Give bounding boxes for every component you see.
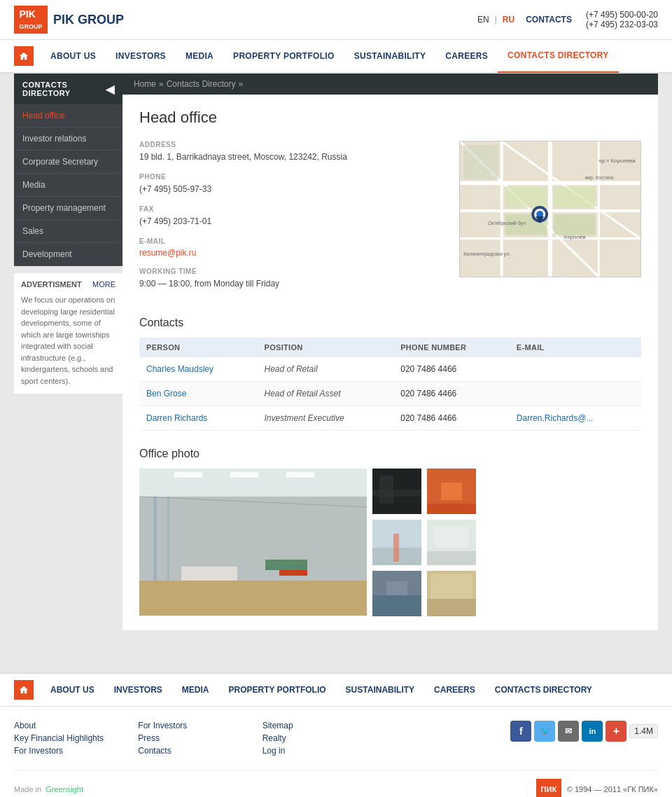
top-bar: PIKGROUP PIK GROUP EN | RU CONTACTS (+7 … [0, 0, 672, 40]
lang-en[interactable]: EN [477, 15, 489, 25]
footer-nav-sustainability[interactable]: SUSTAINABILITY [336, 673, 424, 707]
office-thumb-1[interactable] [372, 469, 421, 514]
footer-nav-investors[interactable]: INVESTORS [104, 673, 172, 707]
svg-rect-13 [463, 145, 498, 179]
office-thumb-2[interactable] [427, 469, 476, 514]
main-photo-svg [139, 469, 367, 616]
svg-rect-39 [441, 483, 462, 500]
footer-made: Made in Greensight [14, 785, 83, 793]
contacts-link[interactable]: CONTACTS [526, 15, 572, 25]
footer-nav-property-portfolio[interactable]: PROPERTY PORTFOLIO [218, 673, 335, 707]
address-value: 19 bld. 1, Barrikadnaya street, Moscow, … [139, 151, 445, 163]
sidebar-item-investor-relations[interactable]: Investor relations [14, 127, 122, 151]
footer-link-financial[interactable]: Key Financial Highlights [14, 733, 138, 743]
photo-thumbs [372, 469, 476, 616]
footer-link-sitemap[interactable]: Sitemap [262, 721, 386, 730]
sidebar-item-development[interactable]: Development [14, 243, 122, 266]
lang-ru[interactable]: RU [503, 15, 514, 25]
footer-nav-media[interactable]: MEDIA [172, 673, 219, 707]
footer-nav-contacts-directory[interactable]: CONTACTS DIRECTORY [485, 673, 602, 707]
contact-name-2[interactable]: Ben Grose [146, 389, 186, 398]
footer-link-about[interactable]: About [14, 721, 138, 730]
footer-link-contacts[interactable]: Contacts [138, 746, 262, 756]
contacts-table: PERSON POSITION PHONE NUMBER E-MAIL Char… [139, 338, 641, 431]
col-email: E-MAIL [510, 338, 641, 357]
table-row: Charles Maudsley Head of Retail 020 7486… [139, 357, 641, 382]
twitter-icon[interactable]: 🐦 [534, 721, 555, 742]
phone-label: PHONE [139, 173, 445, 181]
sidebar-item-sales[interactable]: Sales [14, 220, 122, 243]
sidebar-item-head-office[interactable]: Head office [14, 104, 122, 127]
photos-title: Office photo [139, 448, 641, 460]
office-thumb-3[interactable] [372, 520, 421, 565]
house-svg [19, 51, 29, 61]
sidebar-item-corporate-secretary[interactable]: Corporate Secretary [14, 151, 122, 174]
address-label: ADDRESS [139, 141, 445, 148]
sidebar-item-property-management[interactable]: Property management [14, 197, 122, 220]
svg-rect-25 [139, 581, 367, 616]
greensight-link[interactable]: Greensight [46, 785, 83, 793]
logo-area: PIKGROUP PIK GROUP [14, 6, 124, 34]
sidebar-collapse-icon[interactable]: ◀ [106, 83, 115, 96]
logo-text[interactable]: PIK GROUP [53, 13, 124, 27]
nav-property-portfolio[interactable]: PROPERTY PORTFOLIO [223, 39, 344, 73]
nav-investors[interactable]: INVESTORS [106, 39, 176, 73]
svg-rect-46 [434, 527, 469, 548]
contact-name-1[interactable]: Charles Maudsley [146, 364, 214, 374]
linkedin-icon[interactable]: in [582, 721, 603, 742]
logo-icon[interactable]: PIKGROUP [14, 6, 48, 34]
contact-email-3[interactable]: Darren.Richards@... [517, 413, 594, 423]
svg-rect-10 [554, 186, 595, 207]
contact-pos-2: Head of Retail Asset [258, 382, 394, 406]
map-svg: пр-т Королева мкр. Костино Королёв Октяб… [460, 141, 640, 277]
nav-contacts-directory[interactable]: CONTACTS DIRECTORY [498, 39, 619, 73]
sidebar-item-media[interactable]: Media [14, 174, 122, 197]
footer-col-1: About Key Financial Highlights For Inves… [14, 721, 138, 758]
sidebar-header: CONTACTS DIRECTORY ◀ [14, 74, 122, 104]
office-thumb-5[interactable] [372, 571, 421, 616]
nav-sustainability[interactable]: SUSTAINABILITY [344, 39, 436, 73]
email-icon[interactable]: ✉ [558, 721, 579, 742]
footer-links: About Key Financial Highlights For Inves… [14, 721, 658, 758]
footer-link-for-investors-2[interactable]: For Investors [138, 721, 262, 730]
main-office-photo[interactable] [139, 469, 367, 616]
footer-nav-bar: ABOUT US INVESTORS MEDIA PROPERTY PORTFO… [0, 672, 672, 706]
content-area: Head office ADDRESS 19 bld. 1, Barrikadn… [122, 95, 658, 630]
footer-link-login[interactable]: Log in [262, 746, 386, 756]
table-row: Darren Richards Investment Executive 020… [139, 406, 641, 431]
sidebar-ad-header: ADVERTISMENT MORE [21, 280, 115, 289]
copyright-text: © 1994 — 2011 «ГК ПИК» [567, 785, 658, 793]
facebook-icon[interactable]: f [510, 721, 531, 742]
footer-link-for-investors[interactable]: For Investors [14, 746, 138, 756]
footer-nav-about-us[interactable]: ABOUT US [41, 673, 104, 707]
footer-nav-items: ABOUT US INVESTORS MEDIA PROPERTY PORTFO… [41, 673, 602, 707]
sidebar-title: CONTACTS DIRECTORY [22, 81, 106, 97]
map-placeholder[interactable]: пр-т Королева мкр. Костино Королёв Октяб… [459, 141, 641, 277]
footer-col-4 [386, 721, 510, 758]
nav-about-us[interactable]: ABOUT US [41, 39, 106, 73]
office-thumb-6[interactable] [427, 571, 476, 616]
breadcrumb-home[interactable]: Home [134, 79, 156, 89]
email-link[interactable]: resume@pik.ru [139, 248, 197, 258]
svg-rect-31 [174, 472, 202, 478]
thumb-row-1 [372, 469, 476, 514]
googleplus-icon[interactable]: + [606, 721, 626, 742]
sidebar-ad: ADVERTISMENT MORE We focus our operation… [14, 273, 122, 394]
office-thumb-4[interactable] [427, 520, 476, 565]
working-time-section: WORKING TIME 9:00 — 18:00, from Monday t… [139, 268, 445, 290]
footer-link-realty[interactable]: Realty [262, 733, 386, 743]
nav-media[interactable]: MEDIA [176, 39, 223, 73]
footer-link-press[interactable]: Press [138, 733, 262, 743]
map-block[interactable]: пр-т Королева мкр. Костино Королёв Октяб… [459, 141, 641, 300]
footer-home-icon[interactable] [14, 680, 34, 700]
svg-rect-52 [430, 574, 472, 599]
nav-careers[interactable]: CAREERS [435, 39, 498, 73]
footer-nav-careers[interactable]: CAREERS [424, 673, 485, 707]
footer-social: f 🐦 ✉ in + 1.4M [510, 721, 658, 742]
svg-rect-28 [181, 567, 237, 581]
contact-name-3[interactable]: Darren Richards [146, 413, 207, 423]
svg-rect-27 [167, 497, 169, 581]
home-icon[interactable] [14, 46, 34, 66]
contact-pos-1: Head of Retail [258, 357, 394, 382]
sidebar-ad-more[interactable]: MORE [92, 280, 115, 289]
